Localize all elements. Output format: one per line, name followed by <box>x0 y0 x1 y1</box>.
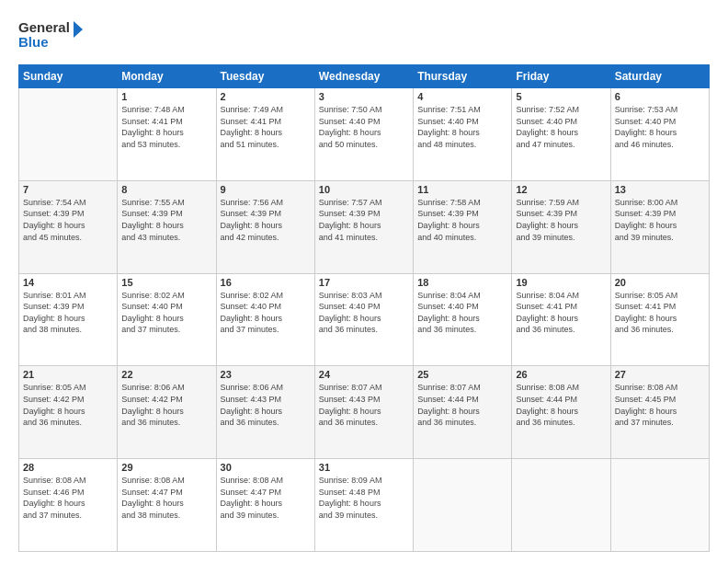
weekday-header: Wednesday <box>314 65 413 88</box>
day-number: 15 <box>121 277 211 288</box>
calendar-cell: 7Sunrise: 7:54 AMSunset: 4:39 PMDaylight… <box>19 180 118 273</box>
calendar-cell: 11Sunrise: 7:58 AMSunset: 4:39 PMDayligh… <box>414 180 512 273</box>
day-number: 11 <box>417 184 507 195</box>
calendar-cell: 16Sunrise: 8:02 AMSunset: 4:40 PMDayligh… <box>216 273 314 366</box>
day-number: 7 <box>23 184 113 195</box>
day-info: Sunrise: 7:58 AMSunset: 4:39 PMDaylight:… <box>417 197 507 243</box>
day-number: 25 <box>417 369 507 380</box>
calendar-cell: 29Sunrise: 8:08 AMSunset: 4:47 PMDayligh… <box>118 459 216 552</box>
svg-text:General: General <box>18 19 70 35</box>
calendar-cell <box>414 459 512 552</box>
day-number: 29 <box>121 462 211 473</box>
weekday-header: Saturday <box>610 65 709 88</box>
day-number: 16 <box>221 277 311 288</box>
calendar-cell: 17Sunrise: 8:03 AMSunset: 4:40 PMDayligh… <box>314 273 413 366</box>
weekday-header: Thursday <box>414 65 512 88</box>
day-number: 18 <box>417 277 507 288</box>
day-info: Sunrise: 8:00 AMSunset: 4:39 PMDaylight:… <box>615 197 705 243</box>
day-info: Sunrise: 8:05 AMSunset: 4:41 PMDaylight:… <box>615 290 705 336</box>
day-number: 22 <box>121 369 211 380</box>
day-number: 14 <box>23 277 113 288</box>
day-number: 17 <box>319 277 409 288</box>
calendar-cell: 2Sunrise: 7:49 AMSunset: 4:41 PMDaylight… <box>216 88 314 181</box>
day-info: Sunrise: 7:57 AMSunset: 4:39 PMDaylight:… <box>319 197 409 243</box>
calendar-cell: 4Sunrise: 7:51 AMSunset: 4:40 PMDaylight… <box>414 88 512 181</box>
calendar-cell: 19Sunrise: 8:04 AMSunset: 4:41 PMDayligh… <box>512 273 610 366</box>
day-info: Sunrise: 7:55 AMSunset: 4:39 PMDaylight:… <box>121 197 211 243</box>
day-info: Sunrise: 8:08 AMSunset: 4:44 PMDaylight:… <box>516 382 606 428</box>
day-info: Sunrise: 8:01 AMSunset: 4:39 PMDaylight:… <box>23 290 113 336</box>
day-info: Sunrise: 7:54 AMSunset: 4:39 PMDaylight:… <box>23 197 113 243</box>
day-info: Sunrise: 8:02 AMSunset: 4:40 PMDaylight:… <box>121 290 211 336</box>
header: GeneralBlue <box>18 17 710 55</box>
day-info: Sunrise: 8:06 AMSunset: 4:43 PMDaylight:… <box>221 382 311 428</box>
day-number: 1 <box>121 91 211 102</box>
calendar-cell: 1Sunrise: 7:48 AMSunset: 4:41 PMDaylight… <box>118 88 216 181</box>
day-info: Sunrise: 7:53 AMSunset: 4:40 PMDaylight:… <box>615 104 705 150</box>
calendar-cell: 18Sunrise: 8:04 AMSunset: 4:40 PMDayligh… <box>414 273 512 366</box>
calendar-cell: 25Sunrise: 8:07 AMSunset: 4:44 PMDayligh… <box>414 366 512 459</box>
day-number: 9 <box>221 184 311 195</box>
calendar-cell: 15Sunrise: 8:02 AMSunset: 4:40 PMDayligh… <box>118 273 216 366</box>
calendar-cell: 6Sunrise: 7:53 AMSunset: 4:40 PMDaylight… <box>610 88 709 181</box>
day-info: Sunrise: 8:08 AMSunset: 4:47 PMDaylight:… <box>121 475 211 521</box>
weekday-header: Friday <box>512 65 610 88</box>
calendar-cell: 3Sunrise: 7:50 AMSunset: 4:40 PMDaylight… <box>314 88 413 181</box>
calendar-cell: 10Sunrise: 7:57 AMSunset: 4:39 PMDayligh… <box>314 180 413 273</box>
calendar-cell: 22Sunrise: 8:06 AMSunset: 4:42 PMDayligh… <box>118 366 216 459</box>
day-info: Sunrise: 8:07 AMSunset: 4:43 PMDaylight:… <box>319 382 409 428</box>
day-number: 2 <box>221 91 311 102</box>
day-number: 4 <box>417 91 507 102</box>
day-info: Sunrise: 7:49 AMSunset: 4:41 PMDaylight:… <box>221 104 311 150</box>
calendar-table: SundayMondayTuesdayWednesdayThursdayFrid… <box>18 64 710 552</box>
logo: GeneralBlue <box>18 17 83 55</box>
day-info: Sunrise: 8:08 AMSunset: 4:47 PMDaylight:… <box>221 475 311 521</box>
day-info: Sunrise: 8:08 AMSunset: 4:45 PMDaylight:… <box>615 382 705 428</box>
calendar-cell: 28Sunrise: 8:08 AMSunset: 4:46 PMDayligh… <box>19 459 118 552</box>
calendar-cell: 9Sunrise: 7:56 AMSunset: 4:39 PMDaylight… <box>216 180 314 273</box>
calendar-cell: 23Sunrise: 8:06 AMSunset: 4:43 PMDayligh… <box>216 366 314 459</box>
day-number: 23 <box>221 369 311 380</box>
day-info: Sunrise: 7:50 AMSunset: 4:40 PMDaylight:… <box>319 104 409 150</box>
weekday-header: Tuesday <box>216 65 314 88</box>
calendar-cell: 14Sunrise: 8:01 AMSunset: 4:39 PMDayligh… <box>19 273 118 366</box>
day-info: Sunrise: 7:51 AMSunset: 4:40 PMDaylight:… <box>417 104 507 150</box>
calendar-cell: 26Sunrise: 8:08 AMSunset: 4:44 PMDayligh… <box>512 366 610 459</box>
calendar-cell: 8Sunrise: 7:55 AMSunset: 4:39 PMDaylight… <box>118 180 216 273</box>
calendar-cell: 24Sunrise: 8:07 AMSunset: 4:43 PMDayligh… <box>314 366 413 459</box>
day-info: Sunrise: 8:07 AMSunset: 4:44 PMDaylight:… <box>417 382 507 428</box>
day-info: Sunrise: 8:04 AMSunset: 4:40 PMDaylight:… <box>417 290 507 336</box>
calendar-cell: 12Sunrise: 7:59 AMSunset: 4:39 PMDayligh… <box>512 180 610 273</box>
day-number: 27 <box>615 369 705 380</box>
day-info: Sunrise: 8:03 AMSunset: 4:40 PMDaylight:… <box>319 290 409 336</box>
day-number: 28 <box>23 462 113 473</box>
day-info: Sunrise: 8:04 AMSunset: 4:41 PMDaylight:… <box>516 290 606 336</box>
day-number: 6 <box>615 91 705 102</box>
calendar-cell: 20Sunrise: 8:05 AMSunset: 4:41 PMDayligh… <box>610 273 709 366</box>
svg-text:Blue: Blue <box>18 34 49 50</box>
calendar-cell: 13Sunrise: 8:00 AMSunset: 4:39 PMDayligh… <box>610 180 709 273</box>
calendar-cell: 27Sunrise: 8:08 AMSunset: 4:45 PMDayligh… <box>610 366 709 459</box>
day-info: Sunrise: 8:02 AMSunset: 4:40 PMDaylight:… <box>221 290 311 336</box>
calendar-cell <box>19 88 118 181</box>
day-info: Sunrise: 7:48 AMSunset: 4:41 PMDaylight:… <box>121 104 211 150</box>
svg-marker-2 <box>74 21 83 38</box>
day-number: 12 <box>516 184 606 195</box>
day-info: Sunrise: 8:08 AMSunset: 4:46 PMDaylight:… <box>23 475 113 521</box>
calendar-cell <box>610 459 709 552</box>
day-number: 30 <box>221 462 311 473</box>
day-number: 19 <box>516 277 606 288</box>
day-number: 3 <box>319 91 409 102</box>
logo-svg: GeneralBlue <box>18 17 83 55</box>
calendar-cell <box>512 459 610 552</box>
day-info: Sunrise: 8:05 AMSunset: 4:42 PMDaylight:… <box>23 382 113 428</box>
day-info: Sunrise: 8:09 AMSunset: 4:48 PMDaylight:… <box>319 475 409 521</box>
day-info: Sunrise: 7:52 AMSunset: 4:40 PMDaylight:… <box>516 104 606 150</box>
day-number: 20 <box>615 277 705 288</box>
day-number: 26 <box>516 369 606 380</box>
weekday-header: Monday <box>118 65 216 88</box>
page: GeneralBlue SundayMondayTuesdayWednesday… <box>0 0 728 563</box>
day-number: 24 <box>319 369 409 380</box>
day-number: 5 <box>516 91 606 102</box>
calendar-cell: 5Sunrise: 7:52 AMSunset: 4:40 PMDaylight… <box>512 88 610 181</box>
